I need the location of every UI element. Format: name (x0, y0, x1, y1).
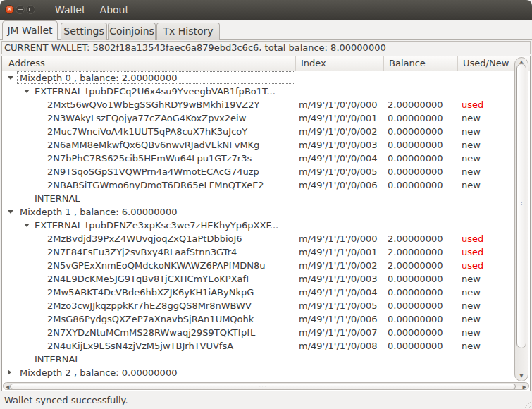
cell-index: m/49'/1'/0'/0/001 (299, 111, 377, 125)
tab-tx-history[interactable]: Tx History (156, 23, 220, 40)
mixdepth-row[interactable]: Mixdepth 2 , balance: 0.00000000 (2, 366, 513, 379)
menu-about[interactable]: About (100, 0, 129, 20)
tree-expander-icon[interactable] (8, 210, 13, 214)
address-row-label: 2N7XYDzNtuMCmMS28RWwaqj29S9TQKTfpfL (47, 326, 255, 339)
branch-row[interactable]: INTERNAL (2, 192, 513, 205)
tree-header: Address Index Balance Used/New (2, 56, 530, 71)
branch-row[interactable]: EXTERNAL tpubDECq2U6x4su9YveegbVAB1fpBo1… (2, 85, 513, 98)
tab-jm-wallet[interactable]: JM Wallet (2, 20, 58, 40)
cell-used-new: used (462, 259, 483, 272)
cell-balance: 0.00000000 (388, 138, 443, 152)
cell-used-new: used (462, 245, 483, 259)
cell-index: m/49'/1'/1'/0/003 (299, 272, 377, 286)
cell-index: m/49'/1'/0'/0/002 (299, 125, 377, 138)
header-index[interactable]: Index (296, 56, 384, 71)
header-used-new[interactable]: Used/New (458, 56, 513, 71)
cell-used-new: new (462, 312, 481, 326)
cell-index: m/49'/1'/0'/0/005 (299, 165, 377, 178)
vertical-scrollbar-thumb[interactable]: ⋮ (516, 63, 526, 348)
cell-used-new: used (462, 232, 483, 245)
scroll-left-icon[interactable]: ◀ (6, 384, 9, 390)
address-row[interactable]: 2NBABSiTGWmo6nyDmoT6DR65eLFMnQTXeE2m/49'… (2, 178, 513, 192)
address-row[interactable]: 2N9TSqoSGpS1VQWPrn4a4WmotECAcG74uzpm/49'… (2, 165, 513, 178)
header-balance[interactable]: Balance (384, 56, 458, 71)
horizontal-scrollbar-thumb[interactable]: ··· (10, 384, 516, 389)
tab-settings[interactable]: Settings (61, 23, 107, 40)
scroll-down-icon[interactable]: ▼ (515, 374, 528, 379)
cell-balance: 0.00000000 (388, 178, 443, 192)
address-row[interactable]: 2Mxt56wQVo1WbEgSSGhRDY9wBMkhi19VZ2Ym/49'… (2, 98, 513, 111)
address-row[interactable]: 2N6aMM8eMkwfQx6QBv6nwvRJadVEkNFvMKgm/49'… (2, 138, 513, 152)
address-row[interactable]: 2N3WAkyLszEQojya77cZAoG4KoxZpvx2eiwm/49'… (2, 111, 513, 125)
address-row[interactable]: 2N7bPhC7RS625cib5HEmWu64Lpu1GTz7r3sm/49'… (2, 152, 513, 165)
address-row-label: 2N4E9DcKMe5JG9TqBv8TjCXHCmYEoKPXafF (47, 272, 252, 286)
close-icon: ✕ (6, 6, 13, 13)
cell-balance: 2.00000000 (388, 259, 443, 272)
address-row-label: 2MsG86PydgsQXZeP7aXnavbSjRAn1UMQohk (47, 312, 254, 326)
cell-used-new: new (462, 272, 481, 286)
vertical-scrollbar-track[interactable]: ▲ ⋮ ▼ (514, 57, 528, 381)
cell-balance: 0.00000000 (388, 152, 443, 165)
tree-expander-icon[interactable] (8, 370, 11, 375)
cell-used-new: new (462, 178, 481, 192)
mixdepth-row[interactable]: Mixdepth 0 , balance: 2.00000000 (2, 71, 513, 85)
cell-balance: 0.00000000 (388, 286, 443, 299)
address-row[interactable]: 2MsG86PydgsQXZeP7aXnavbSjRAn1UMQohkm/49'… (2, 312, 513, 326)
address-row-label: 2N3WAkyLszEQojya77cZAoG4KoxZpvx2eiw (47, 111, 246, 125)
address-row-label: 2N6aMM8eMkwfQx6QBv6nwvRJadVEkNFvMKg (47, 138, 259, 152)
cell-used-new: new (462, 152, 481, 165)
minimize-button[interactable] (16, 5, 25, 14)
address-row-label: 2Mzo3cwJJkqzppkKr7hEZ8ggQS8Mr8nWBWV (47, 299, 252, 312)
horizontal-scrollbar[interactable]: ◀ ··· ▶ (2, 381, 530, 391)
status-message: Wallet synced successfully. (4, 395, 128, 405)
address-row[interactable]: 2N7F84FsEu3ZYj2svBxy4RLaafStnn3GTr4m/49'… (2, 245, 513, 259)
cell-used-new: new (462, 286, 481, 299)
cell-index: m/49'/1'/0'/0/006 (299, 178, 377, 192)
header-address[interactable]: Address (2, 56, 296, 71)
branch-row-label: EXTERNAL tpubDECq2U6x4su9YveegbVAB1fpBo1… (35, 85, 276, 98)
cell-used-new: new (462, 138, 481, 152)
mixdepth-row-label: Mixdepth 2 , balance: 0.00000000 (20, 366, 177, 379)
menu-wallet[interactable]: Wallet (55, 0, 85, 20)
scrollbar-grip-icon: ⋮ (517, 202, 526, 208)
cell-balance: 0.00000000 (388, 111, 443, 125)
horizontal-scrollbar-track[interactable]: ◀ ··· ▶ (3, 382, 529, 390)
status-bar: Wallet synced successfully. (0, 392, 532, 409)
cell-used-new: used (462, 98, 483, 111)
address-row[interactable]: 2N5vGPExXnmEoQMdckoNKWAWZ6PAPfMDN8um/49'… (2, 259, 513, 272)
cell-balance: 0.00000000 (388, 125, 443, 138)
cell-balance: 0.00000000 (388, 165, 443, 178)
scroll-right-icon[interactable]: ▶ (523, 384, 526, 390)
tree-expander-icon[interactable] (24, 224, 30, 227)
address-row[interactable]: 2N4uKijLx9ESsN4zjVzM5jwTBJrhTVUVfsAm/49'… (2, 339, 513, 353)
address-row[interactable]: 2Mzo3cwJJkqzppkKr7hEZ8ggQS8Mr8nWBWVm/49'… (2, 299, 513, 312)
cell-used-new: new (462, 111, 481, 125)
branch-row[interactable]: EXTERNAL tpubDENZe3xpKsc3we7zHEKhyYp6pXX… (2, 219, 513, 232)
tree-expander-icon[interactable] (24, 90, 30, 93)
address-row-label: 2N5vGPExXnmEoQMdckoNKWAWZ6PAPfMDN8u (47, 259, 266, 272)
tree-expander-icon[interactable] (8, 76, 13, 80)
address-row[interactable]: 2N4E9DcKMe5JG9TqBv8TjCXHCmYEoKPXafFm/49'… (2, 272, 513, 286)
address-row-label: 2N4uKijLx9ESsN4zjVzM5jwTBJrhTVUVfsA (47, 339, 233, 353)
branch-row[interactable]: INTERNAL (2, 353, 513, 366)
vertical-scrollbar[interactable]: ▲ ⋮ ▼ (513, 56, 530, 382)
tab-coinjoins[interactable]: Coinjoins (108, 23, 156, 40)
branch-row-label: INTERNAL (35, 192, 80, 205)
cell-used-new: new (462, 339, 481, 353)
address-row-label: 2Mxt56wQVo1WbEgSSGhRDY9wBMkhi19VZ2Y (47, 98, 259, 111)
address-row[interactable]: 2Mw5ABKT4DcVBde6hbXZJK6yKH1iAByNkpGm/49'… (2, 286, 513, 299)
address-row-label: 2N9TSqoSGpS1VQWPrn4a4WmotECAcG74uzp (47, 165, 259, 178)
address-row[interactable]: 2N7XYDzNtuMCmMS28RWwaqj29S9TQKTfpfLm/49'… (2, 326, 513, 339)
maximize-button[interactable] (26, 5, 35, 14)
cell-index: m/49'/1'/1'/0/005 (299, 299, 377, 312)
cell-index: m/49'/1'/1'/0/000 (299, 232, 377, 245)
address-row[interactable]: 2Muc7WnciVoA4k1UUT5qPA8cuX7hK3uJcoYm/49'… (2, 125, 513, 138)
mixdepth-row-label: Mixdepth 0 , balance: 2.00000000 (20, 71, 177, 85)
branch-row-label: EXTERNAL tpubDENZe3xpKsc3we7zHEKhyYp6pXX… (35, 219, 278, 232)
cell-index: m/49'/1'/1'/0/001 (299, 245, 377, 259)
close-button[interactable]: ✕ (5, 5, 14, 14)
address-row[interactable]: 2MzBvdjd39PxZ4WUvqjoqZxQ1aPtDbbioJ6m/49'… (2, 232, 513, 245)
titlebar[interactable]: ✕ Wallet About (0, 0, 532, 20)
mixdepth-row[interactable]: Mixdepth 1 , balance: 6.00000000 (2, 205, 513, 219)
address-row-label: 2N7F84FsEu3ZYj2svBxy4RLaafStnn3GTr4 (47, 245, 237, 259)
